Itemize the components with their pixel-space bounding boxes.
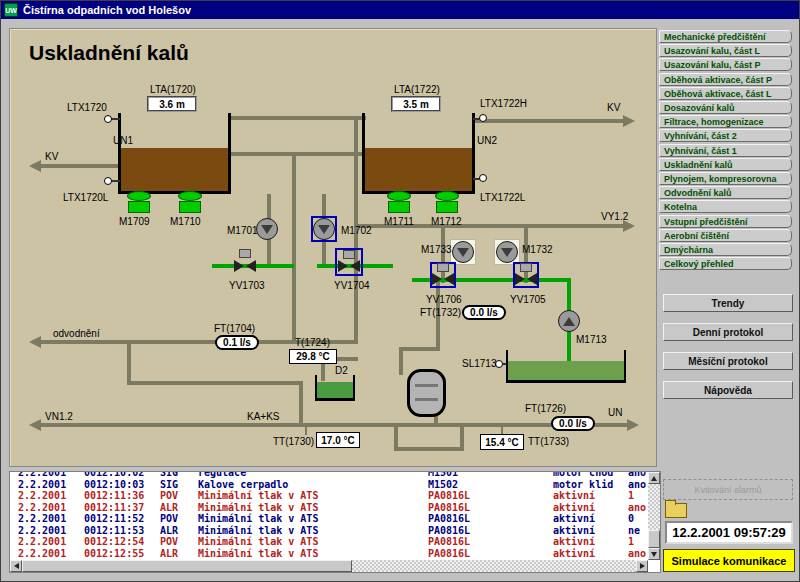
level-sensor[interactable]	[479, 114, 487, 122]
device-label-m1710: M1710	[170, 216, 201, 227]
sidebar-item-usazovani-kalu-l[interactable]: Usazování kalu, část L	[659, 44, 792, 57]
sidebar-item-kotelna[interactable]: Kotelna	[659, 200, 792, 213]
sidebar-item-celkovy-prehled[interactable]: Celkový přehled	[659, 257, 792, 270]
valve-yv1705[interactable]	[515, 273, 537, 285]
instrument-value-ft1732: 0.0 l/s	[462, 305, 506, 320]
alarm-date: 2.2.2001	[18, 513, 66, 524]
sludge-tank-right[interactable]	[362, 113, 475, 194]
alarm-state: aktivní	[553, 502, 595, 513]
help-button[interactable]: Nápověda	[663, 381, 793, 399]
alarm-value: 1	[628, 490, 634, 501]
valve-actuator	[520, 263, 532, 272]
datetime-display: 12.2.2001 09:57:29	[665, 521, 793, 544]
alarm-row[interactable]: 2.2.20010012:10:02SIGregulaceM1501motor …	[10, 471, 646, 478]
acknowledge-alarms-button[interactable]: Kvitování alarmů	[663, 479, 793, 500]
pipe-segment	[230, 116, 366, 120]
sensor-label: LTX1720	[67, 102, 107, 113]
level-label-lta1722: LTA(1722)	[391, 84, 443, 95]
pump-m1713[interactable]	[558, 310, 580, 332]
mixer-m1711[interactable]	[385, 191, 413, 214]
alarm-state: motor chod	[553, 471, 613, 478]
pipe-segment	[299, 381, 303, 427]
valve-yv1704[interactable]	[338, 260, 360, 272]
alarm-code: SIG	[160, 479, 178, 490]
pump-m1702[interactable]	[313, 218, 335, 240]
pipe-segment	[473, 119, 629, 123]
arrow-left-icon	[14, 563, 19, 569]
stream-label-vy12: VY1.2	[601, 211, 628, 222]
sidebar-item-vstupni-predcisteni[interactable]: Vstupní předčištění	[659, 215, 792, 228]
folder-icon[interactable]	[665, 503, 687, 518]
pipe-segment	[230, 152, 366, 156]
alarm-row[interactable]: 2.2.20010012:11:52POVMinimální tlak v AT…	[10, 513, 646, 524]
alarm-row[interactable]: 2.2.20010012:11:36POVMinimální tlak v AT…	[10, 490, 646, 501]
alarm-row[interactable]: 2.2.20010012:12:55ALRMinimální tlak v AT…	[10, 548, 646, 559]
sidebar-item-obehova-aktivace-l[interactable]: Oběhová aktivace, část L	[659, 87, 792, 100]
sl1713-tank[interactable]	[506, 350, 626, 383]
scroll-right-button[interactable]	[636, 560, 648, 572]
sensor-label: LTX1722H	[480, 98, 527, 109]
app-icon: UW	[4, 3, 18, 17]
vertical-scrollbar-thumb[interactable]	[648, 530, 660, 548]
heat-exchanger[interactable]	[407, 369, 446, 417]
pump-m1732[interactable]	[496, 241, 518, 263]
pipe-segment	[396, 447, 462, 451]
scroll-down-button[interactable]	[648, 548, 660, 560]
stream-label-odvodneni: odvodnění	[53, 328, 100, 339]
valve-actuator	[239, 249, 251, 258]
sidebar-item-obehova-aktivace-p[interactable]: Oběhová aktivace, část P	[659, 73, 792, 86]
mixer-body	[436, 201, 458, 213]
stream-label-kv-right: KV	[607, 102, 620, 113]
alarm-tag: PA0816L	[428, 513, 470, 524]
device-label-m1711: M1711	[384, 216, 414, 227]
alarm-row[interactable]: 2.2.20010012:11:37ALRMinimální tlak v AT…	[10, 502, 646, 513]
pipe-segment	[399, 347, 403, 375]
sidebar-item-plynojem[interactable]: Plynojem, kompresorovna	[659, 172, 792, 185]
sidebar-item-filtrace-homogenizace[interactable]: Filtrace, homogenizace	[659, 115, 792, 128]
sensor-tick	[111, 118, 120, 120]
instrument-label-t1724: T(1724)	[295, 337, 330, 348]
scroll-left-button[interactable]	[10, 560, 22, 572]
flow-arrow-left	[29, 160, 41, 172]
alarm-row[interactable]: 2.2.20010012:12:54POVMinimální tlak v AT…	[10, 536, 646, 547]
scroll-up-button[interactable]	[648, 472, 660, 484]
sludge-tank-left[interactable]	[118, 113, 231, 194]
alarm-list: 2.2.20010012:10:02SIGregulaceM1501motor …	[9, 471, 661, 573]
alarm-tag: PA0816L	[428, 525, 470, 536]
sidebar-item-usazovani-kalu-p[interactable]: Usazování kalu, část P	[659, 58, 792, 71]
sidebar-item-aerobni-cisteni[interactable]: Aerobní čištění	[659, 229, 792, 242]
mixer-m1709[interactable]	[125, 191, 153, 214]
mixer-m1712[interactable]	[433, 191, 461, 214]
sensor-label: LTX1722L	[480, 192, 525, 203]
alarm-text: Minimální tlak v ATS	[198, 513, 318, 524]
pump-m1733[interactable]	[452, 241, 474, 263]
valve-yv1703[interactable]	[234, 260, 256, 272]
monthly-report-button[interactable]: Měsíční protokol	[663, 352, 793, 370]
alarm-row[interactable]: 2.2.20010012:11:53ALRMinimální tlak v AT…	[10, 525, 646, 536]
sidebar-item-mechanicke-predcisteni[interactable]: Mechanické předčištění	[659, 30, 792, 43]
level-sensor[interactable]	[104, 177, 112, 185]
sidebar-item-odvodneni-kalu[interactable]: Odvodnění kalů	[659, 186, 792, 199]
sidebar-item-uskladneni-kalu[interactable]: Uskladnění kalů	[659, 158, 792, 171]
sidebar-item-dosazovani-kalu[interactable]: Dosazování kalů	[659, 101, 792, 114]
alarm-code: POV	[160, 513, 178, 524]
pipe-segment	[401, 347, 440, 351]
valve-yv1706[interactable]	[432, 273, 454, 285]
sidebar-item-dmycharna[interactable]: Dmýchárna	[659, 243, 792, 256]
pump-m1701[interactable]	[256, 218, 278, 240]
sidebar-item-vyhnivani-2[interactable]: Vyhnívání, část 2	[659, 129, 792, 142]
alarm-row[interactable]: 2.2.20010012:10:03SIGKalove cerpadloM150…	[10, 479, 646, 490]
mixer-m1710[interactable]	[176, 191, 204, 214]
simulation-button[interactable]: Simulace komunikace	[663, 549, 795, 572]
horizontal-scrollbar-thumb[interactable]	[22, 560, 352, 572]
level-sensor[interactable]	[479, 174, 487, 182]
instrument-label-ft1732: FT(1732)	[420, 307, 461, 318]
alarm-state: aktivní	[553, 525, 595, 536]
level-sensor[interactable]	[104, 115, 112, 123]
trends-button[interactable]: Trendy	[663, 294, 793, 312]
alarm-state: aktivní	[553, 513, 595, 524]
page-title: Uskladnění kalů	[29, 41, 189, 65]
alarm-code: POV	[160, 490, 178, 501]
sidebar-item-vyhnivani-1[interactable]: Vyhnívání, část 1	[659, 144, 792, 157]
daily-report-button[interactable]: Denní protokol	[663, 323, 793, 341]
